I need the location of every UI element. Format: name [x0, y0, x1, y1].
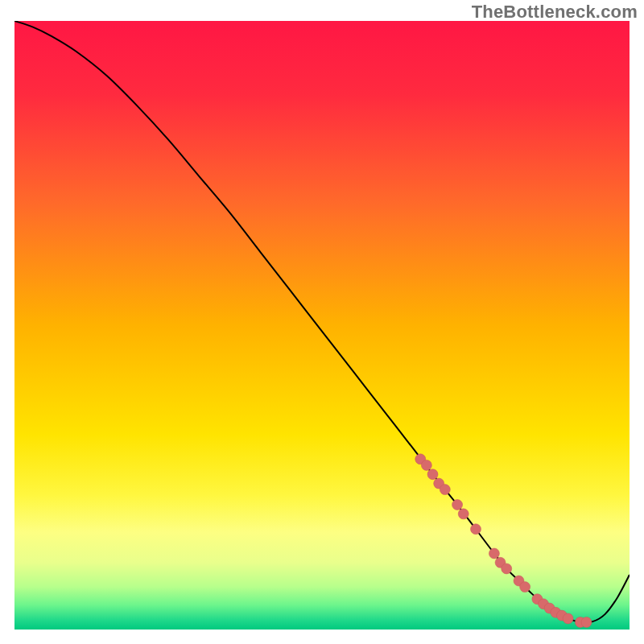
- data-marker: [427, 469, 438, 480]
- data-marker: [520, 582, 530, 592]
- data-marker: [458, 509, 469, 519]
- data-marker: [581, 617, 592, 627]
- bottleneck-curve-chart: [0, 0, 644, 644]
- data-marker: [489, 548, 499, 559]
- data-marker: [563, 613, 573, 624]
- data-marker: [421, 460, 431, 470]
- data-marker: [440, 485, 450, 495]
- chart-container: TheBottleneck.com: [0, 0, 644, 644]
- data-marker: [502, 564, 512, 574]
- data-marker: [471, 524, 481, 535]
- data-marker: [452, 500, 463, 510]
- watermark-text: TheBottleneck.com: [472, 2, 638, 23]
- heat-background: [14, 21, 630, 630]
